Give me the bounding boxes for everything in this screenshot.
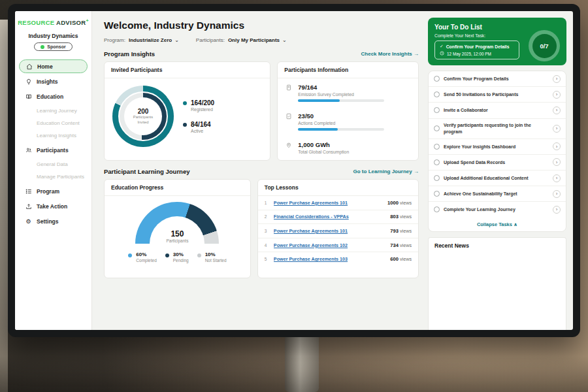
task-row[interactable]: Achieve One Sustainability Target› — [429, 186, 566, 202]
pending-dot-icon — [165, 253, 169, 257]
desk-shadow — [0, 356, 588, 392]
lesson-views-label: views — [400, 214, 412, 220]
task-row[interactable]: Invite a Collaborator› — [429, 103, 566, 118]
sponsor-label: Sponsor — [47, 44, 65, 49]
task-checkbox[interactable] — [434, 144, 440, 150]
location-pin-icon — [286, 142, 293, 150]
survey-icon — [286, 84, 293, 92]
lesson-views-value: 1000 — [387, 200, 399, 206]
lesson-views-value: 734 — [390, 242, 399, 248]
registered-dot-icon — [183, 101, 187, 105]
chevron-right-icon[interactable]: › — [553, 106, 561, 114]
sidebar-item-program[interactable]: Program — [19, 184, 88, 198]
sidebar-item-learning-journey[interactable]: Learning Journey — [15, 105, 91, 117]
chevron-right-icon[interactable]: › — [553, 91, 561, 99]
task-checkbox[interactable] — [434, 206, 440, 212]
chevron-down-icon: ⌄ — [174, 37, 179, 43]
task-checkbox[interactable] — [434, 191, 440, 197]
todo-task-list: Confirm Your Program Details› Send 50 In… — [428, 71, 566, 232]
chevron-right-icon[interactable]: › — [553, 206, 561, 214]
task-label: Complete Your Learning Journey — [444, 206, 549, 212]
task-row[interactable]: Send 50 Invitations to Participants› — [429, 87, 566, 103]
sidebar-item-settings[interactable]: ⚙ Settings — [19, 214, 88, 228]
task-checkbox[interactable] — [434, 76, 440, 82]
participants-information-card: Participants Information 79/164 Emission… — [277, 61, 419, 161]
sidebar-item-insights[interactable]: Insights — [19, 74, 88, 88]
active-label: Active — [191, 129, 211, 133]
task-row[interactable]: Verify participants requesting to join t… — [429, 119, 566, 139]
lesson-views-label: views — [400, 256, 412, 262]
sidebar-item-home[interactable]: Home — [19, 59, 88, 73]
lesson-link[interactable]: Financial Considerations - VPPAs — [274, 214, 385, 220]
check-more-insights-link[interactable]: Check More Insights → — [361, 51, 419, 57]
actions-progress-track — [298, 128, 384, 131]
task-row[interactable]: Upload Additional Educational Content› — [429, 171, 566, 186]
task-checkbox[interactable] — [434, 125, 440, 131]
arrow-right-icon: → — [414, 51, 419, 57]
invited-participants-card: Invited Participants 200 Participants In… — [104, 61, 270, 161]
gauge-center-value: 150 — [135, 229, 219, 238]
invited-legend: 164/200Registered 84/164Active — [183, 99, 214, 133]
chevron-right-icon[interactable]: › — [553, 75, 561, 83]
sponsor-badge[interactable]: Sponsor — [34, 42, 72, 51]
task-label: Upload Spend Data Records — [444, 159, 549, 165]
program-filter-dropdown[interactable]: Program: Industrialize Zero ⌄ — [104, 37, 179, 43]
pending-label: Pending — [173, 258, 189, 263]
sidebar-item-education[interactable]: Education — [19, 90, 88, 103]
collapse-tasks-link[interactable]: Collapse Tasks ∧ — [429, 218, 566, 231]
task-row[interactable]: Explore Your Insights Dashboard› — [429, 139, 566, 155]
task-label: Confirm Your Program Details — [444, 76, 549, 82]
chevron-right-icon[interactable]: › — [553, 174, 561, 182]
lesson-row: 3 Power Purchase Agreements 101 793 view… — [258, 224, 418, 238]
todo-progress-value: 0/7 — [532, 34, 557, 58]
task-checkbox[interactable] — [434, 91, 440, 97]
lesson-link[interactable]: Power Purchase Agreements 102 — [274, 242, 385, 248]
learning-journey-header: Participant Learning Journey Go to Learn… — [104, 168, 419, 175]
task-label: Invite a Collaborator — [444, 107, 549, 113]
task-label: Send 50 Invitations to Participants — [444, 91, 549, 97]
lesson-row: 1 Power Purchase Agreements 101 1000 vie… — [258, 196, 418, 210]
task-row[interactable]: Complete Your Learning Journey› — [429, 202, 566, 217]
not-started-value: 10% — [205, 252, 216, 257]
participants-information-title: Participants Information — [278, 62, 418, 78]
task-checkbox[interactable] — [434, 175, 440, 181]
chevron-right-icon[interactable]: › — [553, 142, 561, 150]
go-to-learning-journey-link[interactable]: Go to Learning Journey → — [353, 169, 419, 174]
sidebar-item-participants[interactable]: Participants — [19, 143, 88, 157]
sidebar-item-learning-insights[interactable]: Learning Insights — [15, 129, 91, 142]
education-icon — [25, 93, 32, 100]
chevron-up-icon: ∧ — [514, 221, 517, 227]
task-checkbox[interactable] — [434, 159, 440, 165]
education-progress-title: Education Progress — [105, 180, 250, 196]
global-consumption-value: 1,000 GWh — [298, 141, 349, 148]
sidebar-item-general-data[interactable]: General Data — [15, 158, 91, 171]
education-progress-gauge: 150 Participants — [135, 202, 219, 244]
go-to-learning-journey-label: Go to Learning Journey — [353, 169, 412, 174]
gauge-center: 150 Participants — [135, 229, 219, 243]
lesson-views-value: 803 — [390, 214, 399, 220]
next-task-card[interactable]: ✓Confirm Your Program Details 12 May 202… — [434, 41, 519, 59]
sidebar-subitem-label: Learning Insights — [37, 133, 76, 139]
chevron-right-icon[interactable]: › — [553, 158, 561, 166]
task-checkbox[interactable] — [434, 107, 440, 113]
sidebar-item-take-action[interactable]: Take Action — [19, 199, 88, 213]
chevron-right-icon[interactable]: › — [553, 190, 561, 198]
task-row[interactable]: Upload Spend Data Records› — [429, 155, 566, 171]
collapse-tasks-label: Collapse Tasks — [477, 221, 512, 227]
page-title: Welcome, Industry Dynamics — [104, 20, 419, 31]
lesson-link[interactable]: Power Purchase Agreements 101 — [274, 200, 383, 206]
participants-filter-dropdown[interactable]: Participants: Only My Participants ⌄ — [196, 37, 287, 43]
app-logo: RESOURCE ADVISOR+ — [15, 18, 91, 26]
chevron-right-icon[interactable]: › — [553, 125, 561, 133]
task-label: Explore Your Insights Dashboard — [444, 144, 549, 150]
actions-completed-value: 23/50 — [298, 112, 384, 120]
legend-registered: 164/200Registered — [183, 99, 214, 112]
lesson-rank: 2 — [265, 214, 269, 219]
sidebar-item-education-content[interactable]: Education Content — [15, 117, 91, 129]
lesson-link[interactable]: Power Purchase Agreements 103 — [274, 256, 385, 262]
invited-center-value: 200 — [138, 108, 149, 115]
task-row[interactable]: Confirm Your Program Details› — [429, 71, 566, 87]
registered-value: 164/200 — [191, 99, 214, 106]
sidebar-item-manage-participants[interactable]: Manage Participants — [15, 171, 91, 183]
lesson-link[interactable]: Power Purchase Agreements 101 — [274, 228, 385, 234]
